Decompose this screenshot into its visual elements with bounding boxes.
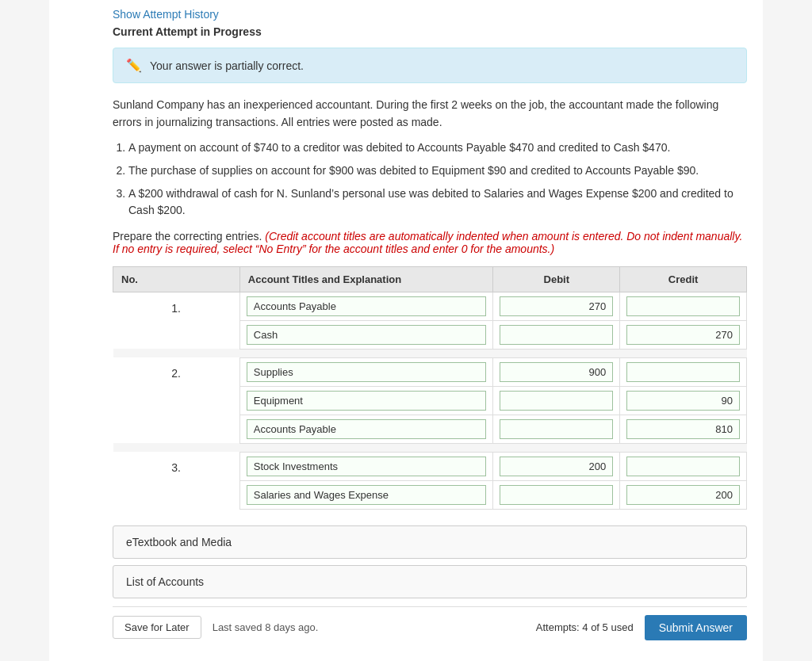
debit-input[interactable] <box>500 362 613 382</box>
col-header-account: Account Titles and Explanation <box>239 266 493 292</box>
account-input[interactable] <box>247 457 487 476</box>
account-input[interactable] <box>247 325 487 345</box>
debit-cell[interactable] <box>493 292 620 320</box>
current-attempt-label: Current Attempt in Progress <box>113 25 747 38</box>
debit-input[interactable] <box>500 325 613 345</box>
account-cell[interactable] <box>239 480 493 509</box>
debit-cell[interactable] <box>493 357 620 386</box>
table-row <box>113 480 747 509</box>
pencil-icon: ✏️ <box>126 58 142 73</box>
page-wrapper: Show Attempt History Current Attempt in … <box>49 0 763 661</box>
list-of-accounts-header[interactable]: List of Accounts <box>113 566 746 598</box>
col-header-no: No. <box>113 266 240 292</box>
etextbook-header[interactable]: eTextbook and Media <box>113 526 746 558</box>
instruction-text: Prepare the correcting entries. (Credit … <box>113 230 747 255</box>
credit-cell[interactable] <box>620 320 747 349</box>
credit-cell[interactable] <box>620 292 747 320</box>
account-cell[interactable] <box>239 386 493 415</box>
credit-cell[interactable] <box>620 452 747 480</box>
entries-table: No. Account Titles and Explanation Debit… <box>113 266 747 510</box>
entry-no-1: 1. <box>113 292 240 320</box>
partial-correct-text: Your answer is partially correct. <box>150 59 304 72</box>
row-separator <box>113 443 747 452</box>
debit-cell[interactable] <box>493 415 620 443</box>
list-item: A payment on account of $740 to a credit… <box>128 139 747 156</box>
debit-input[interactable] <box>500 296 613 316</box>
table-row <box>113 386 747 415</box>
debit-cell[interactable] <box>493 386 620 415</box>
credit-input[interactable] <box>626 391 740 411</box>
debit-input[interactable] <box>500 457 613 476</box>
etextbook-section[interactable]: eTextbook and Media <box>113 525 747 559</box>
table-row: 3. <box>113 452 747 480</box>
debit-input[interactable] <box>500 419 613 439</box>
partial-correct-banner: ✏️ Your answer is partially correct. <box>113 48 747 83</box>
table-row: 1. <box>113 292 747 320</box>
table-row: 2. <box>113 357 747 386</box>
account-cell[interactable] <box>239 452 493 480</box>
account-cell[interactable] <box>239 292 493 320</box>
footer-right: Attempts: 4 of 5 used Submit Answer <box>536 615 747 640</box>
credit-cell[interactable] <box>620 357 747 386</box>
entry-no-2: 2. <box>113 357 240 386</box>
submit-answer-button[interactable]: Submit Answer <box>645 615 747 640</box>
list-of-accounts-section[interactable]: List of Accounts <box>113 565 747 598</box>
attempts-text: Attempts: 4 of 5 used <box>536 621 634 633</box>
save-later-button[interactable]: Save for Later <box>113 616 201 639</box>
credit-input[interactable] <box>626 362 740 382</box>
account-input[interactable] <box>247 485 487 505</box>
credit-input[interactable] <box>626 419 740 439</box>
debit-cell[interactable] <box>493 452 620 480</box>
credit-input[interactable] <box>626 457 740 476</box>
col-header-debit: Debit <box>493 266 620 292</box>
debit-input[interactable] <box>500 485 613 505</box>
account-cell[interactable] <box>239 415 493 443</box>
last-saved-text: Last saved 8 days ago. <box>213 621 319 633</box>
entry-no-3: 3. <box>113 452 240 480</box>
account-cell[interactable] <box>239 320 493 349</box>
debit-input[interactable] <box>500 391 613 411</box>
show-attempt-link[interactable]: Show Attempt History <box>113 8 747 21</box>
debit-cell[interactable] <box>493 480 620 509</box>
table-row <box>113 320 747 349</box>
list-item: A $200 withdrawal of cash for N. Sunland… <box>128 185 747 219</box>
credit-input[interactable] <box>626 485 740 505</box>
account-cell[interactable] <box>239 357 493 386</box>
credit-input[interactable] <box>626 325 740 345</box>
credit-input[interactable] <box>626 296 740 316</box>
col-header-credit: Credit <box>620 266 747 292</box>
account-input[interactable] <box>247 419 487 439</box>
row-separator <box>113 349 747 357</box>
table-row <box>113 415 747 443</box>
list-item: The purchase of supplies on account for … <box>128 162 747 179</box>
credit-cell[interactable] <box>620 386 747 415</box>
credit-cell[interactable] <box>620 480 747 509</box>
problem-intro: Sunland Company has an inexperienced acc… <box>113 96 747 219</box>
footer-left: Save for Later Last saved 8 days ago. <box>113 616 318 639</box>
account-input[interactable] <box>247 362 487 382</box>
debit-cell[interactable] <box>493 320 620 349</box>
account-input[interactable] <box>247 391 487 411</box>
footer-bar: Save for Later Last saved 8 days ago. At… <box>113 606 747 648</box>
problem-list: A payment on account of $740 to a credit… <box>128 139 747 219</box>
account-input[interactable] <box>247 296 487 316</box>
credit-cell[interactable] <box>620 415 747 443</box>
